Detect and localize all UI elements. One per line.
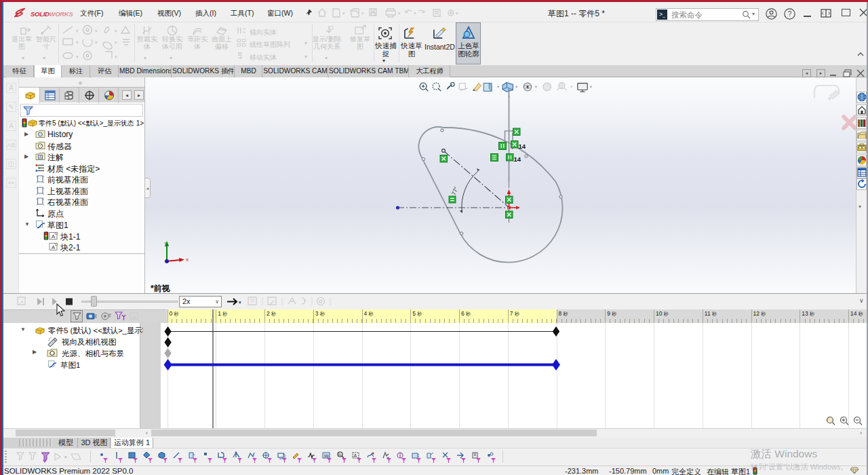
svg-text:▾: ▾ <box>342 11 345 16</box>
svg-text:▾: ▾ <box>76 40 79 45</box>
svg-text:▾: ▾ <box>76 28 79 33</box>
svg-text:▾: ▾ <box>361 11 364 16</box>
svg-text:▾: ▾ <box>414 11 416 16</box>
svg-text:▾: ▾ <box>239 300 241 305</box>
svg-text:77°: 77° <box>451 186 460 196</box>
svg-text:▾: ▾ <box>95 40 98 45</box>
svg-text:14: 14 <box>519 142 526 150</box>
svg-text:A: A <box>39 155 42 159</box>
svg-text:N: N <box>339 453 342 457</box>
svg-text:▾: ▾ <box>398 11 401 16</box>
svg-text:14: 14 <box>514 155 521 163</box>
svg-text:▾: ▾ <box>115 28 117 33</box>
svg-text:x: x <box>186 256 189 263</box>
svg-text:▾: ▾ <box>115 54 117 59</box>
svg-text:▾: ▾ <box>115 40 117 45</box>
svg-text:▾: ▾ <box>64 455 67 459</box>
svg-text:Y: Y <box>164 241 168 247</box>
svg-text:▾: ▾ <box>76 54 79 59</box>
svg-text:▾: ▾ <box>95 28 98 33</box>
svg-text:?: ? <box>788 10 792 18</box>
svg-text:▾: ▾ <box>456 11 458 16</box>
